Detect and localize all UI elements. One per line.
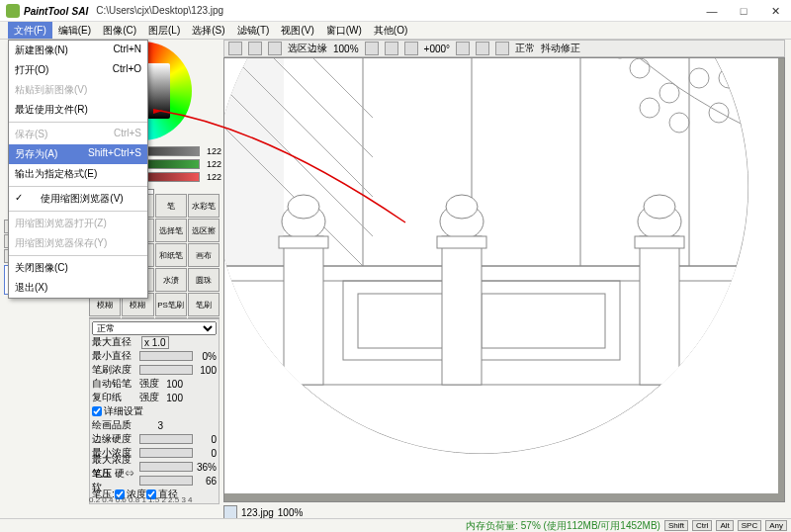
stabilizer-label: 抖动修正 — [541, 42, 580, 55]
menu-other[interactable]: 其他(O) — [368, 22, 413, 39]
tool-icon[interactable] — [228, 42, 242, 55]
file-dropdown-menu: 新建图像(N)Ctrl+N打开(O)Ctrl+O粘贴到新图像(V)最近使用文件(… — [8, 40, 148, 299]
svg-rect-13 — [284, 236, 323, 385]
zoom-value[interactable]: 100% — [333, 44, 359, 54]
menu-item[interactable]: 新建图像(N)Ctrl+N — [9, 41, 147, 60]
menu-filter[interactable]: 滤镜(T) — [231, 22, 276, 39]
key-indicator: Alt — [716, 520, 733, 531]
zoom-fit-icon[interactable] — [404, 42, 418, 55]
memory-status: 内存负荷量: 57% (使用112MB/可用1452MB) — [466, 519, 660, 533]
brush-properties-panel: 正常 最大直径x 1.0 最小直径0% 笔刷浓度100 自动铅笔强度100 复印… — [89, 318, 220, 504]
file-tab-name[interactable]: 123.jpg — [241, 507, 274, 518]
detail-checkbox[interactable] — [92, 406, 102, 416]
edge-slider[interactable] — [139, 434, 193, 444]
file-tab-icon[interactable] — [223, 505, 237, 519]
artwork-lineart — [224, 58, 778, 493]
menu-file[interactable]: 文件(F) — [8, 22, 52, 39]
zoom-out-icon[interactable] — [365, 42, 379, 55]
menu-edit[interactable]: 编辑(E) — [52, 22, 97, 39]
svg-rect-6 — [224, 58, 284, 266]
brush-tool-button[interactable]: 水渍 — [155, 268, 187, 292]
flip-icon[interactable] — [495, 42, 509, 55]
svg-point-21 — [669, 113, 689, 133]
brush-tool-button[interactable]: 笔 — [155, 194, 187, 218]
menu-item[interactable]: 另存为(A)Shift+Ctrl+S — [9, 144, 147, 164]
menu-bar: 文件(F) 编辑(E) 图像(C) 图层(L) 选择(S) 滤镜(T) 视图(V… — [0, 22, 791, 40]
menu-item: 保存(S)Ctrl+S — [9, 125, 147, 144]
menu-item[interactable]: 关闭图像(C) — [9, 258, 147, 278]
svg-point-22 — [640, 98, 659, 118]
svg-rect-16 — [279, 236, 328, 248]
menu-view[interactable]: 视图(V) — [275, 22, 319, 39]
status-bar: 内存负荷量: 57% (使用112MB/可用1452MB) Shift Ctrl… — [0, 518, 791, 532]
maximize-button[interactable]: □ — [728, 0, 759, 22]
menu-item[interactable]: 输出为指定格式(E) — [9, 164, 147, 184]
canvas-toolbar: 选区边缘 100% +000° 正常 抖动修正 — [223, 40, 785, 57]
blend-mode-select[interactable]: 正常 — [92, 321, 217, 335]
zoom-in-icon[interactable] — [385, 42, 398, 55]
key-indicator: SPC — [738, 520, 761, 531]
menu-layer[interactable]: 图层(L) — [142, 22, 186, 39]
menu-item: 用缩图浏览器打开(Z) — [9, 214, 147, 233]
minimize-button[interactable]: — — [696, 0, 728, 22]
svg-point-15 — [288, 195, 319, 219]
brush-tool-button[interactable]: 选择笔 — [155, 219, 187, 242]
menu-item[interactable]: 最近使用文件(R) — [9, 100, 147, 120]
menu-item[interactable]: ✓ 使用缩图浏览器(V) — [9, 189, 147, 209]
file-path: C:\Users\cjx\Desktop\123.jpg — [96, 5, 223, 16]
minden-slider[interactable] — [139, 448, 193, 458]
brush-tool-button[interactable]: 选区擦 — [188, 219, 220, 242]
file-tab-zoom: 100% — [278, 507, 304, 518]
brush-tool-button[interactable]: 和纸笔 — [155, 243, 187, 267]
menu-item[interactable]: 打开(O)Ctrl+O — [9, 60, 147, 80]
key-indicator: Shift — [664, 520, 688, 531]
menu-image[interactable]: 图像(C) — [97, 22, 142, 39]
size-ruler: 0.2 0.4 0.6 0.8 1 1.5 2 2.5 3 4 — [89, 495, 193, 504]
blend-mode[interactable]: 正常 — [515, 42, 535, 55]
key-indicator: Any — [765, 520, 787, 531]
key-indicator: Ctrl — [692, 520, 712, 531]
rotate-ccw-icon[interactable] — [456, 42, 470, 55]
menu-item: 粘贴到新图像(V) — [9, 80, 147, 100]
menu-item[interactable]: 退出(X) — [9, 278, 147, 298]
menu-window[interactable]: 窗口(W) — [320, 22, 368, 39]
brush-tool-button[interactable]: 水彩笔 — [188, 194, 220, 218]
app-name: PaintTool SAI — [24, 4, 88, 18]
svg-point-18 — [659, 83, 679, 103]
menu-item: 用缩图浏览器保存(Y) — [9, 233, 147, 253]
tool-icon[interactable] — [248, 42, 262, 55]
angle-value[interactable]: +000° — [424, 44, 451, 54]
svg-point-19 — [689, 68, 709, 88]
tool-icon[interactable] — [268, 42, 282, 55]
svg-point-17 — [630, 58, 650, 78]
hard-slider[interactable] — [139, 476, 193, 486]
minsize-slider[interactable] — [139, 351, 193, 361]
menu-select[interactable]: 选择(S) — [186, 22, 230, 39]
canvas-viewport[interactable] — [223, 57, 785, 502]
selection-edge-label: 选区边缘 — [288, 42, 327, 55]
close-button[interactable]: ✕ — [759, 0, 791, 22]
canvas[interactable] — [224, 58, 778, 493]
brush-tool-button[interactable]: 笔刷 — [188, 293, 220, 316]
density-slider[interactable] — [139, 365, 193, 375]
rotate-cw-icon[interactable] — [476, 42, 489, 55]
brush-tool-button[interactable]: PS笔刷 — [155, 293, 187, 316]
maxpres-slider[interactable] — [139, 462, 193, 472]
svg-point-24 — [719, 68, 739, 88]
svg-point-20 — [709, 103, 729, 123]
brush-tool-button[interactable]: 圆珠 — [188, 268, 220, 292]
app-logo-icon — [6, 4, 20, 18]
size-mult[interactable]: x 1.0 — [141, 336, 169, 349]
brush-tool-button[interactable]: 画布 — [188, 243, 220, 267]
title-bar: PaintTool SAI C:\Users\cjx\Desktop\123.j… — [0, 0, 791, 22]
